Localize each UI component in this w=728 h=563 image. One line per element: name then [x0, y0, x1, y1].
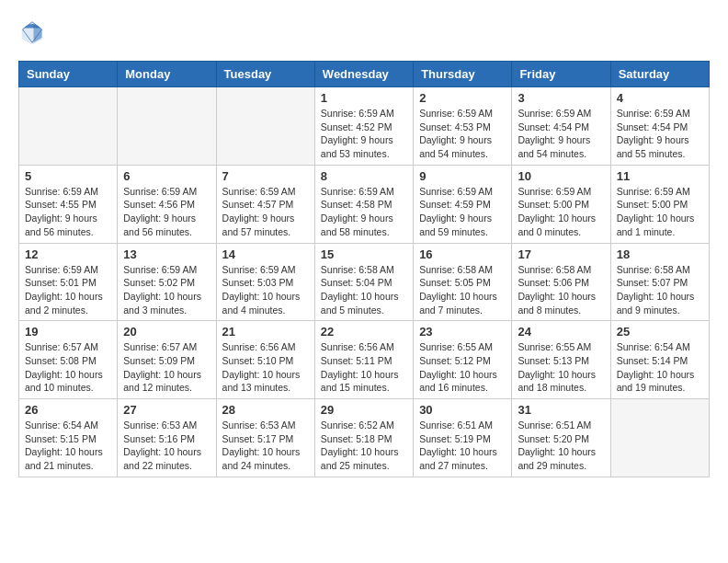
calendar-cell [19, 87, 118, 166]
day-info: Sunrise: 6:59 AM Sunset: 4:52 PM Dayligh… [321, 107, 407, 161]
calendar-cell: 31Sunrise: 6:51 AM Sunset: 5:20 PM Dayli… [512, 399, 610, 477]
day-number: 16 [419, 247, 506, 261]
calendar-week-row: 26Sunrise: 6:54 AM Sunset: 5:15 PM Dayli… [19, 399, 710, 477]
calendar-week-row: 12Sunrise: 6:59 AM Sunset: 5:01 PM Dayli… [19, 243, 710, 321]
calendar-cell: 29Sunrise: 6:52 AM Sunset: 5:18 PM Dayli… [314, 399, 413, 477]
day-number: 31 [518, 403, 604, 417]
calendar-table: SundayMondayTuesdayWednesdayThursdayFrid… [18, 61, 710, 477]
calendar-cell: 5Sunrise: 6:59 AM Sunset: 4:55 PM Daylig… [19, 165, 118, 243]
day-info: Sunrise: 6:57 AM Sunset: 5:09 PM Dayligh… [123, 340, 210, 395]
day-number: 17 [518, 247, 604, 261]
day-number: 26 [25, 403, 111, 417]
calendar-cell: 7Sunrise: 6:59 AM Sunset: 4:57 PM Daylig… [216, 165, 314, 243]
day-info: Sunrise: 6:59 AM Sunset: 4:55 PM Dayligh… [25, 185, 111, 239]
day-info: Sunrise: 6:51 AM Sunset: 5:20 PM Dayligh… [518, 419, 604, 473]
calendar-cell: 9Sunrise: 6:59 AM Sunset: 4:59 PM Daylig… [414, 165, 512, 243]
calendar-cell: 14Sunrise: 6:59 AM Sunset: 5:03 PM Dayli… [216, 243, 314, 321]
calendar-cell: 18Sunrise: 6:58 AM Sunset: 5:07 PM Dayli… [610, 243, 709, 321]
day-info: Sunrise: 6:53 AM Sunset: 5:17 PM Dayligh… [222, 419, 309, 473]
day-info: Sunrise: 6:59 AM Sunset: 4:56 PM Dayligh… [123, 185, 210, 239]
day-info: Sunrise: 6:56 AM Sunset: 5:10 PM Dayligh… [222, 340, 309, 395]
day-number: 19 [25, 325, 111, 339]
day-info: Sunrise: 6:54 AM Sunset: 5:15 PM Dayligh… [25, 419, 111, 473]
day-info: Sunrise: 6:58 AM Sunset: 5:04 PM Dayligh… [321, 263, 407, 317]
calendar-cell: 27Sunrise: 6:53 AM Sunset: 5:16 PM Dayli… [118, 399, 216, 477]
calendar-cell: 13Sunrise: 6:59 AM Sunset: 5:02 PM Dayli… [118, 243, 216, 321]
calendar-cell: 19Sunrise: 6:57 AM Sunset: 5:08 PM Dayli… [19, 321, 118, 399]
day-number: 5 [25, 169, 111, 183]
calendar-cell: 3Sunrise: 6:59 AM Sunset: 4:54 PM Daylig… [512, 87, 610, 166]
calendar-cell [610, 399, 709, 477]
day-number: 18 [617, 247, 703, 261]
day-number: 2 [419, 91, 506, 105]
calendar-cell: 2Sunrise: 6:59 AM Sunset: 4:53 PM Daylig… [414, 87, 512, 166]
calendar-cell: 11Sunrise: 6:59 AM Sunset: 5:00 PM Dayli… [610, 165, 709, 243]
logo-icon [18, 18, 46, 46]
day-number: 12 [25, 247, 111, 261]
day-info: Sunrise: 6:58 AM Sunset: 5:06 PM Dayligh… [518, 263, 604, 317]
day-info: Sunrise: 6:59 AM Sunset: 5:00 PM Dayligh… [518, 185, 604, 239]
day-of-week-header: Tuesday [216, 62, 314, 87]
day-of-week-header: Monday [118, 62, 216, 87]
day-of-week-header: Wednesday [314, 62, 413, 87]
calendar-cell: 30Sunrise: 6:51 AM Sunset: 5:19 PM Dayli… [414, 399, 512, 477]
day-number: 22 [321, 325, 407, 339]
day-number: 25 [617, 325, 703, 339]
day-number: 21 [222, 325, 309, 339]
calendar-cell: 8Sunrise: 6:59 AM Sunset: 4:58 PM Daylig… [314, 165, 413, 243]
day-info: Sunrise: 6:59 AM Sunset: 5:00 PM Dayligh… [617, 185, 703, 239]
calendar-cell: 23Sunrise: 6:55 AM Sunset: 5:12 PM Dayli… [414, 321, 512, 399]
day-info: Sunrise: 6:52 AM Sunset: 5:18 PM Dayligh… [321, 419, 407, 473]
calendar-cell: 22Sunrise: 6:56 AM Sunset: 5:11 PM Dayli… [314, 321, 413, 399]
page-header [18, 18, 710, 46]
day-number: 20 [123, 325, 210, 339]
day-of-week-header: Saturday [610, 62, 709, 87]
day-info: Sunrise: 6:59 AM Sunset: 4:53 PM Dayligh… [419, 107, 506, 161]
calendar-cell: 20Sunrise: 6:57 AM Sunset: 5:09 PM Dayli… [118, 321, 216, 399]
day-number: 13 [123, 247, 210, 261]
day-number: 4 [617, 91, 703, 105]
calendar-cell: 15Sunrise: 6:58 AM Sunset: 5:04 PM Dayli… [314, 243, 413, 321]
day-info: Sunrise: 6:58 AM Sunset: 5:05 PM Dayligh… [419, 263, 506, 317]
calendar-header-row: SundayMondayTuesdayWednesdayThursdayFrid… [19, 62, 710, 87]
calendar-cell: 16Sunrise: 6:58 AM Sunset: 5:05 PM Dayli… [414, 243, 512, 321]
day-number: 9 [419, 169, 506, 183]
calendar-cell: 26Sunrise: 6:54 AM Sunset: 5:15 PM Dayli… [19, 399, 118, 477]
day-of-week-header: Friday [512, 62, 610, 87]
day-info: Sunrise: 6:56 AM Sunset: 5:11 PM Dayligh… [321, 340, 407, 395]
day-info: Sunrise: 6:53 AM Sunset: 5:16 PM Dayligh… [123, 419, 210, 473]
calendar-cell: 4Sunrise: 6:59 AM Sunset: 4:54 PM Daylig… [610, 87, 709, 166]
day-number: 6 [123, 169, 210, 183]
calendar-cell [118, 87, 216, 166]
calendar-cell: 28Sunrise: 6:53 AM Sunset: 5:17 PM Dayli… [216, 399, 314, 477]
calendar-cell [216, 87, 314, 166]
calendar-week-row: 19Sunrise: 6:57 AM Sunset: 5:08 PM Dayli… [19, 321, 710, 399]
day-info: Sunrise: 6:59 AM Sunset: 4:57 PM Dayligh… [222, 185, 309, 239]
logo [18, 18, 50, 46]
calendar-cell: 17Sunrise: 6:58 AM Sunset: 5:06 PM Dayli… [512, 243, 610, 321]
day-number: 15 [321, 247, 407, 261]
day-info: Sunrise: 6:59 AM Sunset: 4:59 PM Dayligh… [419, 185, 506, 239]
day-info: Sunrise: 6:55 AM Sunset: 5:13 PM Dayligh… [518, 340, 604, 395]
day-number: 10 [518, 169, 604, 183]
calendar-week-row: 5Sunrise: 6:59 AM Sunset: 4:55 PM Daylig… [19, 165, 710, 243]
day-info: Sunrise: 6:59 AM Sunset: 4:54 PM Dayligh… [518, 107, 604, 161]
day-info: Sunrise: 6:54 AM Sunset: 5:14 PM Dayligh… [617, 340, 703, 395]
day-number: 24 [518, 325, 604, 339]
day-number: 29 [321, 403, 407, 417]
day-number: 3 [518, 91, 604, 105]
day-info: Sunrise: 6:59 AM Sunset: 5:01 PM Dayligh… [25, 263, 111, 317]
day-info: Sunrise: 6:59 AM Sunset: 5:02 PM Dayligh… [123, 263, 210, 317]
calendar-cell: 6Sunrise: 6:59 AM Sunset: 4:56 PM Daylig… [118, 165, 216, 243]
day-info: Sunrise: 6:57 AM Sunset: 5:08 PM Dayligh… [25, 340, 111, 395]
day-number: 27 [123, 403, 210, 417]
calendar-cell: 25Sunrise: 6:54 AM Sunset: 5:14 PM Dayli… [610, 321, 709, 399]
calendar-cell: 24Sunrise: 6:55 AM Sunset: 5:13 PM Dayli… [512, 321, 610, 399]
day-of-week-header: Sunday [19, 62, 118, 87]
day-info: Sunrise: 6:51 AM Sunset: 5:19 PM Dayligh… [419, 419, 506, 473]
calendar-cell: 12Sunrise: 6:59 AM Sunset: 5:01 PM Dayli… [19, 243, 118, 321]
day-number: 7 [222, 169, 309, 183]
day-info: Sunrise: 6:55 AM Sunset: 5:12 PM Dayligh… [419, 340, 506, 395]
day-number: 1 [321, 91, 407, 105]
day-number: 11 [617, 169, 703, 183]
